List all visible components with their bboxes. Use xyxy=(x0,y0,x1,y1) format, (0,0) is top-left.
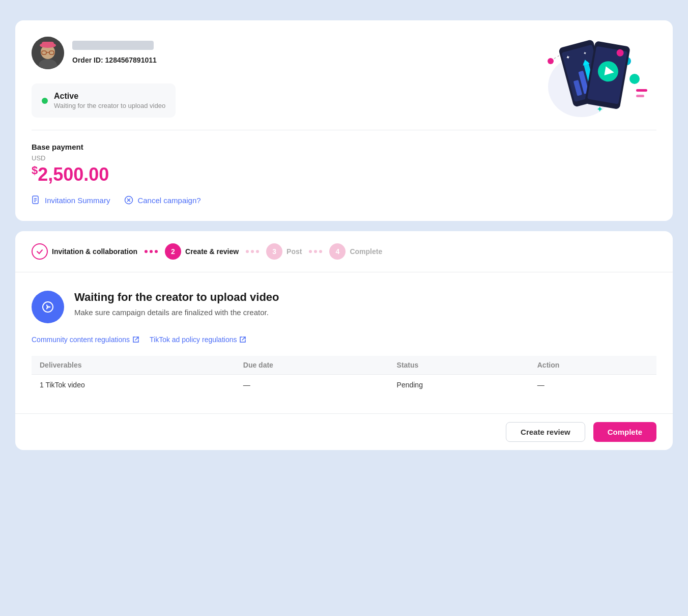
svg-rect-25 xyxy=(636,89,647,92)
dot xyxy=(319,250,322,253)
step-dots-1 xyxy=(145,250,158,253)
external-link-icon-2 xyxy=(239,336,246,343)
card-actions: Invitation Summary Cancel campaign? xyxy=(32,195,656,205)
cancel-campaign-text: Cancel campaign? xyxy=(137,196,200,205)
svg-rect-4 xyxy=(42,42,54,47)
step-3-label: Post xyxy=(286,247,302,256)
tiktok-link[interactable]: TikTok ad policy regulations xyxy=(150,335,246,344)
step-3: 3 Post xyxy=(266,243,302,260)
step-3-circle: 3 xyxy=(266,243,282,260)
avatar xyxy=(32,37,64,69)
cancel-campaign-link[interactable]: Cancel campaign? xyxy=(124,195,200,205)
community-link[interactable]: Community content regulations xyxy=(32,335,139,344)
content-heading: Waiting for the creator to upload video xyxy=(74,291,279,304)
tiktok-link-text: TikTok ad policy regulations xyxy=(150,335,237,344)
dot xyxy=(145,250,148,253)
create-review-button[interactable]: Create review xyxy=(506,422,585,442)
content-subtext: Make sure campaign details are finalized… xyxy=(74,308,279,317)
video-icon xyxy=(40,299,56,315)
complete-button[interactable]: Complete xyxy=(593,422,656,442)
status-box: Active Waiting for the creator to upload… xyxy=(32,83,176,118)
step-4-number: 4 xyxy=(336,247,340,256)
status-title: Active xyxy=(54,92,165,101)
svg-point-24 xyxy=(629,74,640,84)
invitation-summary-text: Invitation Summary xyxy=(45,196,110,205)
svg-rect-26 xyxy=(636,95,644,97)
status-subtitle: Waiting for the creator to upload video xyxy=(54,102,165,109)
cell-due-date: — xyxy=(235,375,389,396)
video-icon-circle xyxy=(32,291,64,323)
name-bar xyxy=(72,41,154,50)
table-row: 1 TikTok video — Pending — xyxy=(32,375,656,396)
cell-status: Pending xyxy=(389,375,529,396)
divider-1 xyxy=(32,130,656,130)
dot xyxy=(155,250,158,253)
col-action: Action xyxy=(529,356,656,375)
step-3-number: 3 xyxy=(272,247,276,256)
dot xyxy=(314,250,317,253)
invitation-summary-link[interactable]: Invitation Summary xyxy=(32,195,110,205)
action-buttons: Create review Complete xyxy=(15,413,673,450)
dot xyxy=(256,250,259,253)
deliverables-table: Deliverables Due date Status Action 1 Ti… xyxy=(32,356,656,395)
step-2-label: Create & review xyxy=(185,247,239,256)
checkmark-icon xyxy=(36,247,44,256)
step-4: 4 Complete xyxy=(329,243,382,260)
currency-label: USD xyxy=(32,154,656,162)
col-due-date: Due date xyxy=(235,356,389,375)
svg-line-39 xyxy=(135,337,138,340)
step-dots-3 xyxy=(309,250,322,253)
step-2: 2 Create & review xyxy=(165,243,239,260)
document-icon xyxy=(32,195,41,205)
card-header: Order ID: 1284567891011 xyxy=(32,37,656,69)
content-row: Waiting for the creator to upload video … xyxy=(32,291,656,323)
illustration: ✦ ✦ ✦ xyxy=(520,31,652,122)
svg-text:✦: ✦ xyxy=(596,105,603,114)
external-link-icon xyxy=(132,336,139,343)
content-area: Waiting for the creator to upload video … xyxy=(15,272,673,413)
dot xyxy=(150,250,153,253)
top-card: Order ID: 1284567891011 xyxy=(15,20,673,221)
content-text: Waiting for the creator to upload video … xyxy=(74,291,279,317)
col-deliverables: Deliverables xyxy=(32,356,235,375)
name-area: Order ID: 1284567891011 xyxy=(72,37,157,64)
dollar-sign: $ xyxy=(32,164,38,177)
cell-deliverable: 1 TikTok video xyxy=(32,375,235,396)
amount-value: 2,500.00 xyxy=(38,164,109,185)
dot xyxy=(251,250,254,253)
step-2-number: 2 xyxy=(171,247,175,256)
dot xyxy=(309,250,312,253)
amount-display: $2,500.00 xyxy=(32,164,656,185)
order-id-value: 1284567891011 xyxy=(105,56,157,64)
svg-point-9 xyxy=(548,58,554,64)
steps-card: Invitation & collaboration 2 Create & re… xyxy=(15,231,673,450)
cell-action: — xyxy=(529,375,656,396)
cancel-icon xyxy=(124,195,133,205)
step-2-circle: 2 xyxy=(165,243,181,260)
dot xyxy=(246,250,249,253)
step-4-label: Complete xyxy=(350,247,382,256)
status-content: Active Waiting for the creator to upload… xyxy=(54,92,165,109)
steps-bar: Invitation & collaboration 2 Create & re… xyxy=(15,231,673,272)
step-dots-2 xyxy=(246,250,259,253)
svg-line-40 xyxy=(242,337,245,340)
regulation-links: Community content regulations TikTok ad … xyxy=(32,335,656,344)
step-1-label: Invitation & collaboration xyxy=(52,247,137,256)
col-status: Status xyxy=(389,356,529,375)
step-4-circle: 4 xyxy=(329,243,346,260)
community-link-text: Community content regulations xyxy=(32,335,130,344)
step-1-circle xyxy=(32,243,48,260)
step-1: Invitation & collaboration xyxy=(32,243,137,260)
base-payment-label: Base payment xyxy=(32,143,656,151)
order-id: Order ID: 1284567891011 xyxy=(72,56,157,64)
status-dot xyxy=(42,98,48,104)
